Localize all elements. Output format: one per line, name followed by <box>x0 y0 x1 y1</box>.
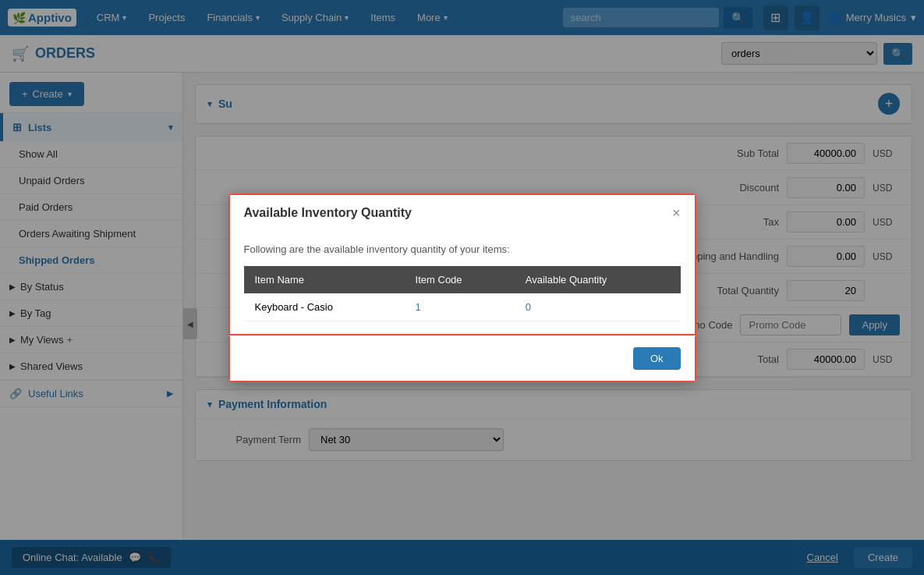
modal-header: Available Inventory Quantity × <box>228 193 696 231</box>
modal-footer: Ok <box>228 335 696 382</box>
table-header-row: Item Name Item Code Available Quantity <box>244 266 681 293</box>
modal-body: Following are the available inventory qu… <box>228 231 696 335</box>
available-qty-cell: 0 <box>515 293 681 321</box>
col-item-code: Item Code <box>405 266 515 293</box>
inventory-modal: Available Inventory Quantity × Following… <box>228 193 696 382</box>
modal-subtitle: Following are the available inventory qu… <box>244 243 681 255</box>
item-name-cell: Keyboard - Casio <box>244 293 405 321</box>
col-available-qty: Available Quantity <box>515 266 681 293</box>
ok-button[interactable]: Ok <box>633 347 681 370</box>
col-item-name: Item Name <box>244 266 405 293</box>
modal-overlay: Available Inventory Quantity × Following… <box>0 0 924 575</box>
modal-close-button[interactable]: × <box>672 206 681 220</box>
inventory-table: Item Name Item Code Available Quantity K… <box>244 266 681 321</box>
modal-title: Available Inventory Quantity <box>244 206 412 220</box>
table-row: Keyboard - Casio 1 0 <box>244 293 681 321</box>
item-code-cell[interactable]: 1 <box>405 293 515 321</box>
